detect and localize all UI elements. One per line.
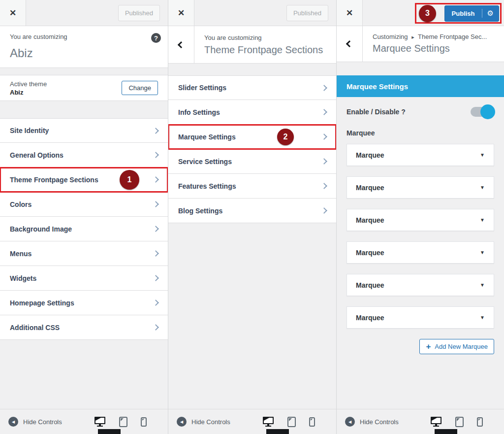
wordpress-customizer: ✕ Published You are customizing ? Abiz A… xyxy=(0,0,504,434)
mobile-preview-icon[interactable] xyxy=(309,417,315,427)
sidebar-item-general-options[interactable]: General Options xyxy=(0,143,168,167)
enable-disable-row: Enable / Disable ? xyxy=(346,106,494,117)
marquee-dropdown[interactable]: Marquee ▼ xyxy=(346,176,494,199)
hide-controls-label[interactable]: Hide Controls xyxy=(23,418,62,426)
preview-strip xyxy=(435,429,457,434)
controls-footer: ◀ Hide Controls xyxy=(0,409,168,434)
section-item-marquee-settings[interactable]: Marquee Settings 2 xyxy=(168,125,336,149)
dropdown-arrow-icon: ▼ xyxy=(480,250,485,255)
sidebar-item-widgets[interactable]: Widgets xyxy=(0,266,168,291)
published-button[interactable]: Published xyxy=(118,5,160,21)
section-item-slider-settings[interactable]: Slider Settings xyxy=(168,75,336,100)
chevron-left-icon xyxy=(178,41,185,48)
marquee-dropdown[interactable]: Marquee ▼ xyxy=(346,306,494,329)
tablet-preview-icon[interactable] xyxy=(287,417,296,427)
sidebar-item-menus[interactable]: Menus xyxy=(0,241,168,266)
panel-header: You are customizing Theme Frontpage Sect… xyxy=(168,26,336,64)
preview-strip xyxy=(266,429,289,434)
marquee-dropdown[interactable]: Marquee ▼ xyxy=(346,209,494,231)
controls-footer: ◀ Hide Controls xyxy=(337,409,504,434)
sidebar-item-site-identity[interactable]: Site Identity xyxy=(0,118,168,143)
enable-toggle[interactable] xyxy=(471,106,494,117)
step-badge-2: 2 xyxy=(277,129,294,145)
chevron-right-icon xyxy=(153,201,159,207)
section-item-service-settings[interactable]: Service Settings xyxy=(168,149,336,174)
active-theme-section: Active theme Abiz Change xyxy=(0,75,168,101)
dropdown-arrow-icon: ▼ xyxy=(480,315,485,320)
customizing-label: You are customizing xyxy=(10,33,67,40)
topbar: ✕ Published xyxy=(168,0,336,26)
marquee-dropdown[interactable]: Marquee ▼ xyxy=(346,144,494,166)
hide-controls-label[interactable]: Hide Controls xyxy=(360,418,399,426)
sections-menu: Slider Settings Info Settings Marquee Se… xyxy=(168,75,336,223)
back-button[interactable] xyxy=(337,26,363,62)
collapse-controls-icon[interactable]: ◀ xyxy=(345,417,355,427)
step-badge-1: 1 xyxy=(120,170,139,190)
desktop-preview-icon[interactable] xyxy=(94,417,106,427)
publish-button[interactable]: Publish ⚙ xyxy=(444,5,499,22)
topbar: ✕ 3 Publish ⚙ xyxy=(337,0,504,26)
collapse-controls-icon[interactable]: ◀ xyxy=(8,417,18,427)
marquee-dropdown[interactable]: Marquee ▼ xyxy=(346,274,494,296)
tablet-preview-icon[interactable] xyxy=(455,417,464,427)
marquee-dropdown-list: Marquee ▼ Marquee ▼ Marquee ▼ Marquee ▼ … xyxy=(346,144,494,329)
mobile-preview-icon[interactable] xyxy=(477,417,483,427)
sidebar-item-theme-frontpage-sections[interactable]: Theme Frontpage Sections 1 xyxy=(0,167,168,192)
chevron-right-icon xyxy=(153,152,159,158)
section-item-info-settings[interactable]: Info Settings xyxy=(168,100,336,125)
chevron-right-icon xyxy=(321,134,327,140)
sidebar-item-colors[interactable]: Colors xyxy=(0,192,168,217)
breadcrumb-separator-icon: ▸ xyxy=(410,34,416,40)
sidebar-item-background-image[interactable]: Background Image xyxy=(0,217,168,241)
step-badge-3: 3 xyxy=(419,5,436,22)
dropdown-arrow-icon: ▼ xyxy=(480,185,485,190)
hide-controls-label[interactable]: Hide Controls xyxy=(191,418,230,426)
panel-title: Theme Frontpage Sections xyxy=(204,44,329,56)
dropdown-arrow-icon: ▼ xyxy=(480,217,485,223)
active-theme-name: Abiz xyxy=(10,89,47,96)
help-icon[interactable]: ? xyxy=(151,33,161,43)
change-theme-button[interactable]: Change xyxy=(122,81,158,95)
customizing-label: You are customizing xyxy=(204,34,262,41)
chevron-right-icon xyxy=(153,250,159,257)
section-item-blog-settings[interactable]: Blog Settings xyxy=(168,199,336,223)
sidebar-item-additional-css[interactable]: Additional CSS xyxy=(0,315,168,340)
chevron-right-icon xyxy=(321,183,327,189)
publish-highlight-box: 3 Publish ⚙ xyxy=(415,3,502,24)
close-icon[interactable]: ✕ xyxy=(0,0,26,26)
chevron-right-icon xyxy=(321,207,327,214)
chevron-left-icon xyxy=(346,40,353,47)
panel-header: You are customizing ? Abiz xyxy=(0,26,168,68)
add-new-marquee-button[interactable]: + Add New Marquee xyxy=(419,339,494,354)
gear-icon[interactable]: ⚙ xyxy=(482,9,499,18)
panel-header: Customizing ▸ Theme Frontpage Sec... Mar… xyxy=(337,26,504,62)
published-button[interactable]: Published xyxy=(286,5,328,21)
preview-strip xyxy=(98,429,121,434)
active-theme-label: Active theme xyxy=(10,80,47,88)
panel-title: Marquee Settings xyxy=(373,43,497,54)
close-icon[interactable]: ✕ xyxy=(168,0,194,26)
controls-footer: ◀ Hide Controls xyxy=(168,409,336,434)
enable-disable-label: Enable / Disable ? xyxy=(346,108,406,116)
desktop-preview-icon[interactable] xyxy=(262,417,274,427)
marquee-dropdown[interactable]: Marquee ▼ xyxy=(346,241,494,264)
breadcrumb: Customizing ▸ Theme Frontpage Sec... xyxy=(373,33,497,40)
plus-icon: + xyxy=(426,343,431,350)
sidebar-item-homepage-settings[interactable]: Homepage Settings xyxy=(0,291,168,315)
tablet-preview-icon[interactable] xyxy=(119,417,127,427)
close-icon[interactable]: ✕ xyxy=(337,0,363,26)
back-button[interactable] xyxy=(168,26,194,63)
section-item-features-settings[interactable]: Features Settings xyxy=(168,174,336,199)
collapse-controls-icon[interactable]: ◀ xyxy=(177,417,187,427)
chevron-right-icon xyxy=(321,109,327,115)
mobile-preview-icon[interactable] xyxy=(141,417,147,427)
chevron-right-icon xyxy=(153,176,159,183)
customizer-panel-marquee: ✕ 3 Publish ⚙ Customizing ▸ Theme Frontp… xyxy=(336,0,504,434)
chevron-right-icon xyxy=(153,324,159,331)
desktop-preview-icon[interactable] xyxy=(430,417,442,427)
topbar: ✕ Published xyxy=(0,0,168,26)
chevron-right-icon xyxy=(153,275,159,281)
chevron-right-icon xyxy=(153,128,159,134)
dropdown-arrow-icon: ▼ xyxy=(480,152,485,158)
customizer-panel-sections: ✕ Published You are customizing Theme Fr… xyxy=(168,0,336,434)
